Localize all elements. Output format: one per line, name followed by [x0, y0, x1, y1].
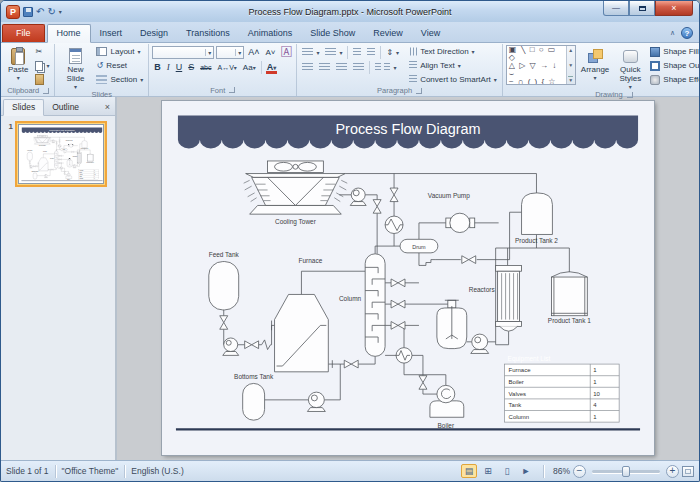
- title-banner[interactable]: Process Flow Diagram: [178, 116, 638, 149]
- dialog-launcher-icon[interactable]: [229, 87, 235, 93]
- table-cell[interactable]: Valves: [509, 391, 527, 397]
- table-cell[interactable]: 1: [593, 367, 596, 373]
- cooling-tower-label[interactable]: Cooling Tower: [275, 218, 317, 226]
- tab-animations[interactable]: Animations: [239, 25, 302, 42]
- table-cell[interactable]: Column: [509, 414, 530, 420]
- panel-close-icon[interactable]: ×: [100, 102, 115, 115]
- help-icon[interactable]: ?: [681, 27, 693, 39]
- strikethrough-button[interactable]: S: [186, 63, 196, 72]
- grow-font-button[interactable]: A˄: [246, 48, 261, 57]
- font-name-select[interactable]: ▾: [152, 46, 214, 59]
- slide-sorter-button[interactable]: ⊞: [480, 464, 496, 478]
- underline-button[interactable]: U: [174, 63, 185, 72]
- language[interactable]: English (U.S.): [131, 466, 183, 476]
- normal-view-button[interactable]: ▤: [461, 464, 477, 478]
- mixer-tank-shape[interactable]: [437, 300, 467, 348]
- slide[interactable]: Process Flow Diagram: [162, 101, 654, 455]
- tab-transitions[interactable]: Transitions: [177, 25, 239, 42]
- process-diagram[interactable]: [209, 161, 619, 422]
- shape-effects-button[interactable]: Shape Effects▾: [648, 73, 700, 86]
- convert-smartart-button[interactable]: Convert to SmartArt▾: [407, 73, 499, 86]
- quick-styles-button[interactable]: Quick Styles ▾: [614, 45, 646, 90]
- reset-button[interactable]: ↺Reset: [94, 59, 145, 72]
- zoom-out-button[interactable]: −: [573, 465, 586, 478]
- character-spacing-button[interactable]: A↔V▾: [216, 64, 239, 71]
- feed-tank-label[interactable]: Feed Tank: [209, 251, 240, 258]
- tab-view[interactable]: View: [412, 25, 449, 42]
- zoom-slider-thumb[interactable]: [622, 466, 630, 477]
- feed-tank-shape[interactable]: [209, 262, 239, 310]
- shape-outline-button[interactable]: Shape Outline▾: [648, 59, 700, 72]
- close-button[interactable]: ×: [655, 1, 693, 16]
- cut-button[interactable]: ✂: [33, 45, 51, 58]
- shape-fill-button[interactable]: Shape Fill▾: [648, 45, 700, 58]
- table-cell[interactable]: Tank: [509, 402, 522, 408]
- title-bar[interactable]: P ↶ ↻ ▾ Process Flow Diagram.pptx - Micr…: [1, 1, 699, 22]
- zoom-in-button[interactable]: +: [666, 465, 679, 478]
- drum-label[interactable]: Drum: [412, 244, 426, 250]
- reactors-shape[interactable]: [496, 265, 522, 331]
- columns-button[interactable]: ▾: [373, 61, 398, 74]
- theme-name[interactable]: "Office Theme": [62, 466, 119, 476]
- tab-design[interactable]: Design: [131, 25, 177, 42]
- scroll-down-icon[interactable]: ▼: [568, 62, 573, 68]
- bottoms-tank-shape[interactable]: [243, 383, 265, 420]
- bold-button[interactable]: B: [152, 63, 163, 72]
- shape-row[interactable]: ▣ ╲ □ ○ ▭ ◇: [509, 46, 564, 62]
- tab-file[interactable]: File: [2, 24, 45, 42]
- italic-button[interactable]: I: [165, 63, 172, 72]
- table-cell[interactable]: Boiler: [509, 379, 524, 385]
- dialog-launcher-icon[interactable]: [627, 92, 633, 98]
- product-tank-1-label[interactable]: Product Tank 1: [548, 318, 591, 325]
- justify-button[interactable]: [351, 61, 366, 74]
- fit-to-window-button[interactable]: [682, 466, 694, 477]
- slide-counter[interactable]: Slide 1 of 1: [6, 466, 49, 476]
- vacuum-pump-label[interactable]: Vacuum Pump: [428, 192, 470, 200]
- tab-slide-show[interactable]: Slide Show: [301, 25, 364, 42]
- decrease-indent-button[interactable]: [351, 46, 363, 59]
- column-shape[interactable]: [365, 254, 385, 357]
- minimize-ribbon-icon[interactable]: ∧: [670, 29, 675, 37]
- bottoms-tank-label[interactable]: Bottoms Tank: [234, 373, 274, 380]
- boiler-shape[interactable]: [430, 385, 464, 417]
- increase-indent-button[interactable]: [365, 46, 377, 59]
- new-slide-button[interactable]: New Slide ▾: [58, 45, 92, 90]
- layout-button[interactable]: Layout▾: [94, 45, 145, 58]
- table-cell[interactable]: 1: [593, 379, 596, 385]
- gallery-more-icon[interactable]: ▼: [568, 76, 573, 83]
- valves[interactable]: [220, 188, 476, 389]
- slide-canvas[interactable]: Process Flow Diagram: [117, 97, 699, 460]
- equipment-list-title[interactable]: Equipment List: [508, 355, 551, 363]
- qat-customize-caret-icon[interactable]: ▾: [59, 8, 62, 15]
- font-color-button[interactable]: A▾: [265, 63, 279, 72]
- heat-exchanger-shapes[interactable]: [385, 216, 412, 363]
- slide-artwork[interactable]: Process Flow Diagram: [162, 101, 654, 455]
- shapes-gallery-scrollbar[interactable]: ▲ ▼ ▼: [566, 46, 575, 84]
- zoom-level[interactable]: 86%: [553, 466, 570, 476]
- product-tank-1-shape[interactable]: [551, 272, 587, 316]
- copy-button[interactable]: ▾: [33, 59, 51, 72]
- product-tank-2-label[interactable]: Product Tank 2: [515, 237, 558, 244]
- boiler-label[interactable]: Boiler: [438, 422, 455, 429]
- maximize-button[interactable]: [629, 1, 655, 16]
- tab-review[interactable]: Review: [364, 25, 412, 42]
- tab-insert[interactable]: Insert: [91, 25, 132, 42]
- slideshow-button[interactable]: ►: [518, 464, 534, 478]
- undo-icon[interactable]: ↶: [36, 7, 44, 17]
- text-shadow-button[interactable]: abc: [198, 64, 213, 71]
- align-right-button[interactable]: [334, 61, 349, 74]
- thumbnail-area[interactable]: 1: [1, 116, 115, 460]
- slide-thumbnail[interactable]: [19, 125, 104, 184]
- section-button[interactable]: Section▾: [94, 73, 145, 86]
- reactors-label[interactable]: Reactors: [469, 286, 495, 293]
- save-icon[interactable]: [23, 7, 33, 17]
- tab-slides-panel[interactable]: Slides: [3, 99, 44, 116]
- vacuum-pump-shape[interactable]: [446, 213, 475, 232]
- clear-formatting-button[interactable]: 🄰: [279, 48, 293, 57]
- numbering-button[interactable]: ▾: [323, 46, 344, 59]
- format-painter-button[interactable]: [33, 73, 51, 86]
- align-center-button[interactable]: [317, 61, 332, 74]
- tab-outline-panel[interactable]: Outline: [44, 100, 87, 115]
- minimize-button[interactable]: —: [603, 1, 629, 16]
- furnace-label[interactable]: Furnace: [299, 257, 323, 264]
